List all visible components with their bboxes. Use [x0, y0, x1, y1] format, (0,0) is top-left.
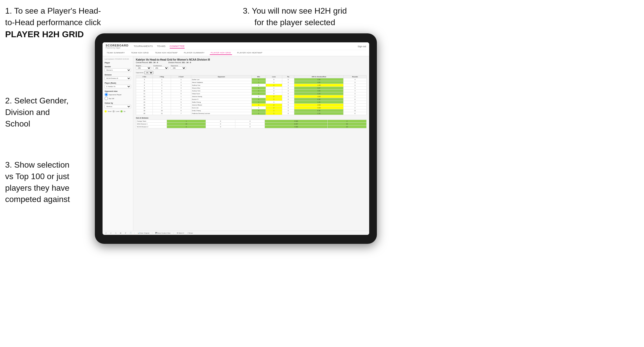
ood-rounds: 30 — [327, 123, 366, 126]
ood-rounds: 10 — [327, 126, 366, 128]
toolbar-undo2[interactable]: ↩ — [109, 232, 112, 234]
cell-loss: 2 — [266, 98, 282, 101]
grid-title: Katelyn Vo Head-to-Head Grid for Women's… — [136, 58, 367, 61]
ood-win: 5 — [167, 126, 206, 128]
toolbar-undo[interactable]: ↩ — [105, 232, 107, 234]
cell-loss: 1 — [266, 109, 282, 112]
nav-items: TOURNAMENTS TEAMS COMMITTEE — [134, 44, 353, 49]
sub-nav: TEAM SUMMARY TEAM H2H GRID TEAM H2H HEAT… — [106, 50, 366, 56]
ood-tie: 0 — [235, 123, 265, 126]
cell-conf: 6 — [171, 109, 191, 112]
instr-tl-line2: to-Head performance click — [5, 18, 101, 27]
toolbar-refresh[interactable]: ↺ — [124, 232, 127, 234]
cell-loss: 0 — [266, 92, 282, 95]
table-row: 9 1 4 Sharon Mun 1 0 0 3.67 3 — [136, 87, 367, 90]
cell-opponent: Alexis Sudjianto — [191, 81, 251, 84]
cell-conf: 3 — [171, 104, 191, 107]
instr-ml-line1: 2. Select Gender, — [5, 96, 68, 105]
filter-conference: Conference (All) — [153, 65, 169, 70]
th-tie: Tie — [282, 75, 294, 78]
radio-opponents-input[interactable] — [105, 93, 108, 96]
cell-tie: 0 — [282, 78, 294, 81]
cell-win: 0 — [251, 107, 266, 109]
radio-opponents-played[interactable]: Opponents Played — [105, 93, 131, 96]
toolbar-watch[interactable]: 👁 Watch ▾ — [176, 232, 185, 234]
th-diff: Diff Av Strokes/Rnd — [294, 75, 344, 78]
table-row: 3 1 1 Esther Lee 1 0 0 1.50 4 — [136, 78, 367, 81]
ood-loss: 0 — [206, 126, 235, 128]
cell-reg: 11 — [153, 112, 171, 115]
cell-tie: 0 — [282, 90, 294, 92]
cell-reg: 6 — [153, 90, 171, 92]
radio-top100-input[interactable] — [105, 97, 108, 100]
ood-win: 1 — [167, 120, 206, 123]
radio-top100[interactable]: Top 100 — [105, 97, 131, 100]
nav-right: Sign out — [358, 45, 366, 48]
th-div: # Div — [136, 75, 153, 78]
cell-reg: 1 — [153, 78, 171, 81]
cell-div: 20 — [136, 112, 153, 115]
cell-reg: 3 — [153, 84, 171, 87]
opponents-select[interactable]: (All) — [144, 71, 153, 74]
cell-opponent: Jessica Mason — [191, 104, 251, 107]
cell-win: 4 — [251, 109, 266, 112]
cell-rounds: 11 — [344, 109, 367, 112]
toolbar-share[interactable]: ⤴ Share — [187, 232, 194, 234]
cell-reg: 2 — [153, 107, 171, 109]
cell-win: 1 — [251, 87, 266, 90]
cell-reg: 7 — [153, 98, 171, 101]
cell-div: 6 — [136, 84, 153, 87]
cell-win: 1 — [251, 92, 266, 95]
division-record: Division Record: 331 - 34 - 6 — [168, 62, 191, 63]
subnav-player-summary[interactable]: PLAYER SUMMARY — [183, 51, 206, 55]
toolbar-clock[interactable]: 🕐 — [129, 232, 132, 234]
toolbar-view-original[interactable]: 📊 View: Original — [137, 232, 150, 234]
subnav-team-h2h-grid[interactable]: TEAM H2H GRID — [130, 51, 150, 55]
table-row: 11 2 5 Heejo Hyun 1 0 0 3.33 3 — [136, 92, 367, 95]
subnav-player-h2h-heatmap[interactable]: PLAYER H2H HEATMAP — [236, 51, 264, 55]
cell-loss: 2 — [266, 104, 282, 107]
ood-loss: 0 — [206, 123, 235, 126]
sidebar-player-rank-select[interactable]: 8. Katelyn Vo — [105, 85, 131, 88]
instr-bl-line3: players they have — [5, 183, 69, 192]
sidebar-colour-select[interactable]: Win/loss — [105, 105, 131, 108]
nav-teams[interactable]: TEAMS — [157, 44, 166, 49]
filter-region-select[interactable]: (All) — [136, 66, 151, 70]
cell-diff: 4.00 — [294, 81, 344, 84]
filter-conference-select[interactable]: (All) — [153, 66, 169, 70]
sidebar: Last Updated: 27/03/2024 16:55:38 Player… — [103, 56, 133, 231]
sidebar-gender-select[interactable]: Women's — [105, 68, 131, 72]
ood-table-body: Foreign Team 1 0 0 4.500 2 NAIA Division… — [136, 120, 367, 128]
sidebar-colour-section: Colour by Win/loss — [105, 102, 131, 108]
cell-rounds: 7 — [344, 104, 367, 107]
cell-div: 13 — [136, 95, 153, 98]
nav-committee[interactable]: COMMITTEE — [170, 44, 185, 49]
sidebar-division-label: Division — [105, 74, 131, 76]
cell-tie: 0 — [282, 87, 294, 90]
cell-tie: 0 — [282, 95, 294, 98]
sidebar-division-select[interactable]: NCAA Division III — [105, 76, 131, 80]
filter-opponent-select[interactable]: (All) — [171, 66, 186, 70]
cell-opponent: Euna Lee — [191, 107, 251, 109]
nav-sign-out[interactable]: Sign out — [358, 45, 366, 48]
subnav-team-h2h-heatmap[interactable]: TEAM H2H HEATMAP — [154, 51, 179, 55]
cell-tie: 0 — [282, 107, 294, 109]
nav-tournaments[interactable]: TOURNAMENTS — [134, 44, 153, 49]
cell-diff: -3.00 — [294, 95, 344, 98]
legend-down-label: Down — [108, 111, 112, 112]
sidebar-colour-label: Colour by — [105, 102, 131, 104]
cell-rounds: 3 — [344, 84, 367, 87]
subnav-player-h2h-grid[interactable]: PLAYER H2H GRID — [210, 51, 232, 55]
cell-diff: 0.30 — [294, 109, 344, 112]
ood-rounds: 2 — [327, 120, 366, 123]
ood-win: 15 — [167, 123, 206, 126]
cell-opponent: Emily Chang — [191, 109, 251, 112]
toolbar-save-custom-view[interactable]: 💾 Save Custom View — [155, 232, 171, 234]
ood-diff: 7.400 — [265, 126, 328, 128]
toolbar-grid[interactable]: ⊞ — [119, 232, 122, 234]
subnav-team-summary[interactable]: TEAM SUMMARY — [106, 51, 126, 55]
cell-loss: 0 — [266, 81, 282, 84]
toolbar-redo[interactable]: ↪ — [114, 232, 117, 234]
cell-win: 0 — [251, 95, 266, 98]
cell-loss: 0 — [266, 101, 282, 104]
